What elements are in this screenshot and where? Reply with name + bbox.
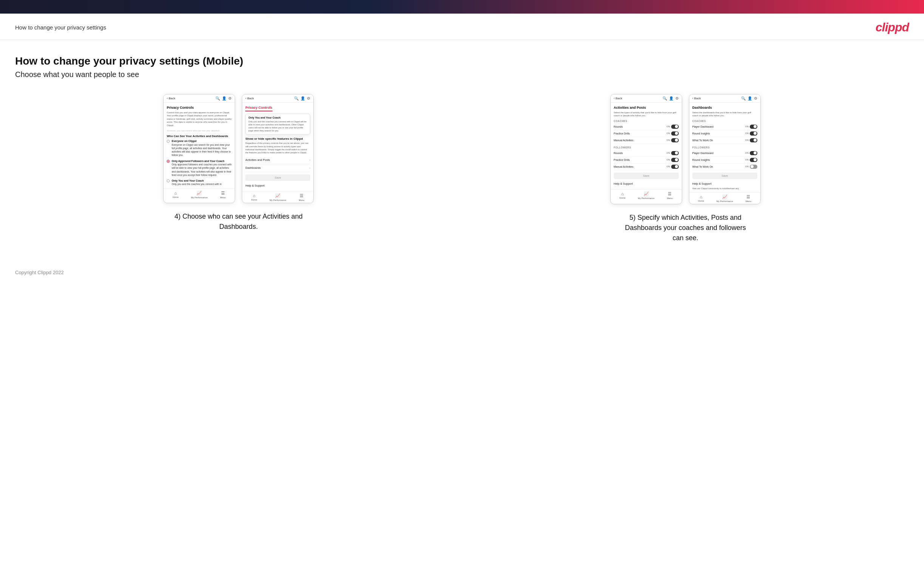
settings-icon-s3[interactable]: ⚙ [675,96,679,100]
settings-icon-s2[interactable]: ⚙ [307,96,310,100]
screen3-tab-home[interactable]: ⌂ Home [611,192,635,199]
screen4-followers-what-to-work: What To Work On ON [692,163,758,170]
search-icon-s4[interactable]: 🔍 [741,96,746,100]
screen4-tab-home[interactable]: ⌂ Home [689,195,713,202]
screen2-tab-performance-label: My Performance [270,199,286,201]
screen3-tab-performance-label: My Performance [638,197,654,199]
footer: Copyright Clippd 2022 [0,258,924,283]
toggle-followers-manual-switch[interactable] [671,164,679,169]
screen3-back[interactable]: ‹ Back [614,97,622,100]
home-icon-s2: ⌂ [253,193,255,198]
screen3-coaches-label: COACHES [614,120,679,122]
right-half: ‹ Back 🔍 👤 ⚙ Activities and Posts Select… [462,94,909,243]
screen1-tab-performance[interactable]: 📈 My Performance [187,191,211,198]
screen3-tab-menu[interactable]: ☰ Menu [658,192,682,199]
screen2-back[interactable]: ‹ Back [245,97,254,100]
person-icon-s4[interactable]: 👤 [748,96,752,100]
screen2-menu-activities[interactable]: Activities and Posts › [245,156,310,164]
toggle-followers-rounds-switch[interactable] [671,151,679,155]
screen1-tab-performance-label: My Performance [191,197,207,198]
screen3-coaches-rounds-toggle[interactable]: ON [667,125,679,129]
search-icon-s2[interactable]: 🔍 [294,96,299,100]
screen2-help[interactable]: Help & Support [245,182,310,189]
screen4-coaches-round-insights-label: Round Insights [692,132,710,135]
screen1-description: Control how you and your data appears to… [166,111,232,127]
screen2-tab-home[interactable]: ⌂ Home [242,193,266,201]
toggle-s4-fwhat-switch[interactable] [750,164,758,169]
screen2-mockup: ‹ Back 🔍 👤 ⚙ Privacy Controls Only You a… [242,94,314,203]
home-icon-s4: ⌂ [700,195,703,199]
screen3-tab-performance[interactable]: 📈 My Performance [634,192,658,199]
home-icon: ⌂ [174,191,177,195]
screen4-coaches-round-insights: Round Insights ON [692,130,758,137]
settings-icon-s4[interactable]: ⚙ [754,96,758,100]
screen4-coaches-round-insights-toggle[interactable]: ON [745,131,758,135]
search-icon[interactable]: 🔍 [215,96,220,100]
screen4-tab-performance-label: My Performance [717,200,733,202]
screen1-tab-home[interactable]: ⌂ Home [164,191,187,198]
step4-caption: 4) Choose who can see your Activities an… [174,211,303,232]
person-icon[interactable]: 👤 [222,96,226,100]
screen4-coaches-player-label: Player Dashboard [692,126,714,128]
screen1-option-coach-only[interactable]: Only You and Your Coach Only you and the… [166,179,232,186]
toggle-s4-fround-switch[interactable] [750,158,758,162]
screen2-show-hide-text: Regardless of the privacy controls that … [245,142,310,154]
screen4-followers-what-toggle[interactable]: ON [745,164,758,169]
left-screenshots-pair: ‹ Back 🔍 👤 ⚙ Privacy Controls Control ho… [15,94,462,203]
toggle-coaches-manual-switch[interactable] [671,138,679,142]
screen4-save[interactable]: Save [692,172,758,179]
screen3-followers-drills-toggle[interactable]: ON [667,158,679,162]
screen4-coaches-what-toggle[interactable]: ON [745,138,758,142]
toggle-s4-player-switch[interactable] [750,125,758,129]
person-icon-s3[interactable]: 👤 [669,96,674,100]
screen1-back[interactable]: ‹ Back [166,97,175,100]
screen2-dropdown-title: Only You and Your Coach [248,116,307,119]
screen3-followers-manual-toggle[interactable]: ON [667,164,679,169]
toggle-coaches-drills-switch[interactable] [671,131,679,135]
radio-everyone-text: Everyone on Clippd Everyone on Clippd ca… [171,139,232,157]
screen2-menu-dashboards[interactable]: Dashboards › [245,164,310,172]
screen3-coaches-manual-toggle[interactable]: ON [667,138,679,142]
screen1-tab-home-label: Home [173,196,179,198]
screen3-help[interactable]: Help & Support [614,181,679,187]
home-icon-s3: ⌂ [621,192,624,196]
screen2-save[interactable]: Save [245,174,310,181]
screen2-tab-menu[interactable]: ☰ Menu [290,193,314,201]
screen1-tab-menu[interactable]: ☰ Menu [211,191,235,198]
toggle-s4-fplayer-switch[interactable] [750,151,758,155]
toggle-followers-drills-switch[interactable] [671,158,679,162]
screen4-followers-player: Player Dashboard ON [692,150,758,157]
screen3-section-title: Activities and Posts [614,106,679,110]
screen4-tab-menu[interactable]: ☰ Menu [737,195,760,202]
screen4-followers-round-insights-toggle[interactable]: ON [745,158,758,162]
screen3-followers-rounds-label: Rounds [614,152,623,155]
screen4-coaches-player-toggle[interactable]: ON [745,125,758,129]
screen3-coaches-rounds-label: Rounds [614,126,623,128]
screen1-option-everyone[interactable]: Everyone on Clippd Everyone on Clippd ca… [166,139,232,157]
screen2-tab-label[interactable]: Privacy Controls [245,106,273,111]
screen4-tab-performance[interactable]: 📈 My Performance [713,195,737,202]
screen3-followers-rounds-toggle[interactable]: ON [667,151,679,155]
toggle-s4-what-switch[interactable] [750,138,758,142]
screen2-tab-performance[interactable]: 📈 My Performance [266,193,290,201]
search-icon-s3[interactable]: 🔍 [662,96,667,100]
screen2-tab-menu-label: Menu [299,199,304,201]
screen4-followers-player-toggle[interactable]: ON [745,151,758,155]
screen4-help-desc: Visit our Clippd community to troublesho… [692,187,758,190]
screen4-followers-round-insights-label: Round Insights [692,159,710,161]
screen4-help[interactable]: Help & Support [692,181,758,187]
screen3-icons: 🔍 👤 ⚙ [662,96,679,100]
screen4-mockup: ‹ Back 🔍 👤 ⚙ Dashboards Select the dashb… [689,94,761,204]
person-icon-s2[interactable]: 👤 [300,96,305,100]
screen1-nav: ‹ Back 🔍 👤 ⚙ [164,94,235,103]
screen1-option-followers[interactable]: Only Approved Followers and Your Coach O… [166,160,232,177]
screen4-back[interactable]: ‹ Back [692,97,701,100]
screen2-icons: 🔍 👤 ⚙ [294,96,310,100]
toggle-s4-round-switch[interactable] [750,131,758,135]
toggle-coaches-rounds-switch[interactable] [671,125,679,129]
screen3-save[interactable]: Save [614,172,679,179]
screen3-desc: Select the types of activity that you'd … [614,111,679,118]
settings-icon[interactable]: ⚙ [228,96,232,100]
screen3-coaches-drills-toggle[interactable]: ON [667,131,679,135]
menu-icon-s4: ☰ [746,195,750,199]
